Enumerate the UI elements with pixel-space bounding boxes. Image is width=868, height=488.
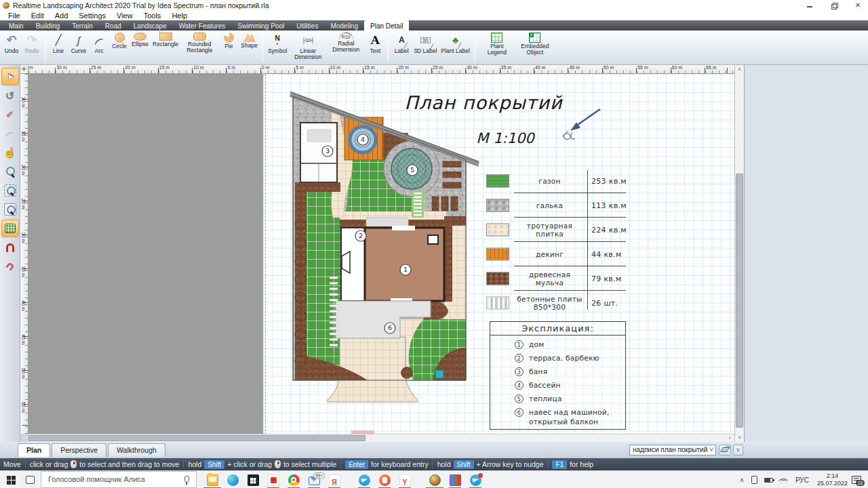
toolbar-button[interactable]: Undo bbox=[1, 31, 22, 64]
horizontal-scroll-thumb[interactable] bbox=[28, 435, 366, 441]
grid-tool[interactable] bbox=[1, 220, 19, 237]
scroll-up-arrow-icon[interactable]: ˄ bbox=[735, 65, 744, 74]
toolbar-button[interactable]: Linear Dimension bbox=[289, 31, 327, 64]
vertical-scrollbar[interactable]: ˄ ˅ bbox=[734, 65, 744, 442]
ribbon-tab[interactable]: Swimming Pool bbox=[231, 20, 290, 30]
view-tab[interactable]: Walkthrough bbox=[108, 443, 165, 457]
taskbar-icon[interactable] bbox=[354, 471, 374, 488]
toolbar-button[interactable]: Ellipse bbox=[130, 31, 151, 64]
restore-button[interactable] bbox=[830, 1, 838, 9]
scroll-right-arrow-icon[interactable]: › bbox=[726, 434, 734, 442]
search-input[interactable]: Голосовой помощник Алиса bbox=[41, 471, 197, 488]
toolbar-button[interactable]: Arc bbox=[89, 31, 109, 64]
status-token: to select multiple bbox=[283, 460, 336, 468]
notification-center-icon[interactable]: 22 bbox=[852, 476, 861, 484]
toolbar-button[interactable] bbox=[45, 33, 45, 62]
layers-button[interactable] bbox=[719, 445, 731, 455]
vertical-scroll-thumb[interactable] bbox=[736, 174, 743, 428]
view-tab[interactable]: Perspective bbox=[52, 443, 106, 457]
ribbon-tab[interactable]: Utilities bbox=[290, 20, 324, 30]
marker-6: 6 bbox=[384, 323, 395, 333]
toolbar-button[interactable] bbox=[388, 33, 389, 62]
select-tool[interactable] bbox=[1, 68, 19, 85]
clock[interactable]: 2:14 25.07.2022 bbox=[817, 472, 848, 488]
legend-row: тротуарная плитка 224 кв.м bbox=[484, 218, 627, 242]
horizontal-scrollbar[interactable]: › bbox=[28, 434, 734, 442]
zoom-extents-tool[interactable] bbox=[1, 182, 19, 199]
layers-more-button[interactable]: ˅ bbox=[733, 445, 743, 455]
language-indicator[interactable]: РУС bbox=[795, 476, 809, 484]
menu-item[interactable]: Add bbox=[50, 12, 74, 20]
menu-item[interactable]: Help bbox=[166, 12, 193, 20]
ribbon-tab[interactable]: Water Features bbox=[173, 20, 232, 30]
taskbar-icon[interactable] bbox=[283, 471, 304, 488]
drawing-canvas[interactable]: 1 2 3 4 5 6 План покрытий М 1:100 bbox=[28, 74, 734, 434]
taskbar-icon[interactable] bbox=[324, 471, 344, 488]
toolbar-button[interactable] bbox=[475, 33, 475, 62]
taskbar-icon[interactable] bbox=[395, 471, 415, 488]
toolbar-button[interactable]: Radial Dimension bbox=[327, 31, 365, 64]
close-button[interactable] bbox=[854, 1, 863, 9]
toolbar-button[interactable]: Rectangle bbox=[151, 31, 180, 64]
microphone-icon[interactable] bbox=[184, 476, 189, 483]
ribbon-tab[interactable]: Plan Detail bbox=[364, 20, 409, 30]
toolbar-button[interactable]: Plant Legend bbox=[478, 31, 516, 64]
menu-item[interactable]: File bbox=[3, 12, 26, 20]
toolbar-button[interactable]: Redo bbox=[22, 31, 42, 64]
edit-points-tool[interactable] bbox=[1, 106, 19, 123]
scroll-down-arrow-icon[interactable]: ˅ bbox=[735, 433, 744, 442]
tablet-mode-icon[interactable] bbox=[751, 476, 757, 484]
snap-grid-tool[interactable] bbox=[1, 239, 19, 256]
ribbon-tab[interactable]: Landscape bbox=[127, 20, 173, 30]
taskbar-icon[interactable] bbox=[263, 471, 283, 488]
view-tab[interactable]: Plan bbox=[18, 443, 50, 457]
toolbar-button[interactable]: Shape bbox=[239, 31, 260, 64]
toolbar-button[interactable]: 3D Label bbox=[412, 31, 439, 64]
battery-icon[interactable] bbox=[764, 478, 773, 483]
toolbar-button[interactable]: Curve bbox=[68, 31, 89, 64]
menu-item[interactable]: Edit bbox=[26, 12, 50, 20]
vertical-ruler: 10 m15 m20 m25 m30 m35 m40 m45 m50 m55 m bbox=[20, 74, 28, 434]
ruler-origin-button[interactable]: ✛ bbox=[20, 65, 28, 74]
ribbon-tab[interactable]: Main bbox=[3, 20, 30, 30]
ribbon-tab[interactable]: Terrain bbox=[66, 20, 99, 30]
toolbar-button[interactable]: Plant Label bbox=[439, 31, 472, 64]
toolbar-button[interactable]: Symbol bbox=[266, 31, 289, 64]
telegram-icon bbox=[359, 474, 370, 486]
toolbar-button[interactable]: Circle bbox=[109, 31, 130, 64]
zoom-tool[interactable] bbox=[1, 163, 19, 180]
wifi-icon[interactable] bbox=[780, 476, 788, 484]
taskbar-icon[interactable] bbox=[465, 471, 486, 488]
taskbar-icon[interactable] bbox=[243, 471, 263, 488]
layers-dropdown[interactable]: надписи план покрытий bbox=[629, 445, 716, 455]
arc-edit-tool[interactable] bbox=[1, 125, 19, 142]
toolbar-button[interactable]: Pie bbox=[218, 31, 239, 64]
rotate-tool[interactable] bbox=[1, 87, 19, 104]
task-view-icon[interactable] bbox=[26, 476, 35, 484]
ribbon-tab[interactable]: Building bbox=[30, 20, 66, 30]
zoom-window-tool[interactable] bbox=[1, 201, 19, 218]
toolbar-button[interactable]: Text bbox=[365, 31, 385, 64]
ribbon-tab[interactable]: Modeling bbox=[324, 20, 364, 30]
tray-expand-icon[interactable]: ∧ bbox=[736, 476, 748, 483]
taskbar-icon[interactable] bbox=[222, 471, 243, 488]
windows-start-icon[interactable] bbox=[7, 476, 16, 485]
taskbar-icon[interactable] bbox=[202, 471, 222, 488]
plan-page[interactable]: 1 2 3 4 5 6 План покрытий М 1:100 bbox=[263, 74, 734, 434]
taskbar-icon[interactable] bbox=[425, 471, 445, 488]
taskbar-icon[interactable] bbox=[445, 471, 465, 488]
taskbar-icon[interactable] bbox=[374, 471, 395, 488]
toolbar-button[interactable]: Rounded Rectangle bbox=[180, 31, 218, 64]
toolbar-button[interactable]: Embedded Object bbox=[516, 31, 554, 64]
toolbar-button[interactable]: Label bbox=[391, 31, 412, 64]
toolbar-button[interactable]: Line bbox=[48, 31, 68, 64]
pan-tool[interactable] bbox=[1, 144, 19, 161]
ribbon-tab[interactable]: Road bbox=[99, 20, 127, 30]
minimize-button[interactable] bbox=[806, 1, 814, 9]
toolbar-button[interactable] bbox=[262, 33, 263, 62]
taskbar-icon[interactable]: 99+ bbox=[304, 471, 324, 488]
menu-item[interactable]: View bbox=[111, 12, 138, 20]
menu-item[interactable]: Settings bbox=[73, 12, 111, 20]
snap-object-tool[interactable] bbox=[1, 258, 19, 275]
menu-item[interactable]: Tools bbox=[138, 12, 167, 20]
